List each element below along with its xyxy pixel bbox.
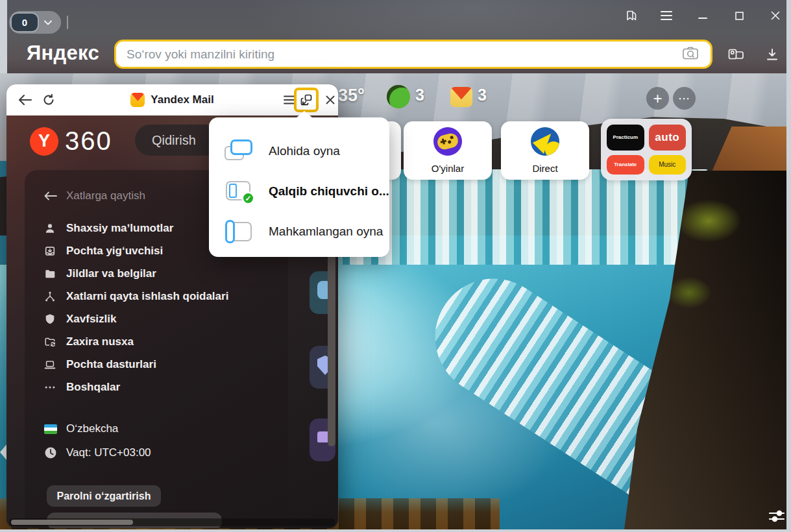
y360-logo: Y 360 [30, 127, 112, 156]
horizontal-scrollbar[interactable] [9, 518, 335, 526]
shortcut-games[interactable]: O'yinlar [404, 121, 492, 180]
games-icon [433, 127, 462, 156]
browser-chrome: 0 Яндекс [0, 0, 791, 73]
floating-window-icon: ✓ [225, 178, 256, 204]
tab-group[interactable]: 0 [9, 11, 61, 34]
sidebar-panel-icon[interactable] [622, 6, 641, 25]
image-search-icon[interactable] [682, 46, 704, 63]
window-frame-left [0, 0, 7, 73]
services-widget: Practicum auto Translate Music [601, 119, 692, 180]
window-mode-menu: Alohida oyna ✓ Qalqib chiquvchi o... Mah… [209, 117, 389, 257]
timezone-row[interactable]: Vaqt: UTC+03:00 [44, 446, 151, 459]
window-frame-bottom [0, 529, 791, 532]
tab-divider [67, 16, 68, 29]
yandex-mail-favicon [130, 93, 145, 107]
selected-check-icon: ✓ [241, 191, 255, 205]
back-icon[interactable] [17, 92, 34, 108]
search-input[interactable] [116, 47, 682, 62]
search-bar[interactable] [114, 40, 712, 69]
sidebar-item-security[interactable]: Xavfsizlik [44, 313, 117, 326]
close-window-icon[interactable] [766, 6, 785, 25]
search-button[interactable]: Qidirish [135, 125, 221, 156]
window-mode-icon-highlighted[interactable] [294, 88, 319, 112]
background-settings-icon[interactable] [767, 508, 788, 526]
protect-passwords-icon[interactable] [724, 44, 748, 65]
browser-menu-icon[interactable] [657, 6, 676, 25]
pinned-window-icon [225, 219, 256, 245]
shortcut-label: Direct [501, 163, 589, 174]
sidebar-item-mail-rules[interactable]: Xatlarni qayta ishlash qoidalari [44, 290, 228, 303]
downloads-icon[interactable] [762, 44, 783, 65]
messenger-icon[interactable] [387, 85, 410, 108]
horizontal-scrollbar-thumb[interactable] [11, 520, 133, 525]
back-to-mail-link[interactable]: Xatlarga qaytish [44, 189, 145, 202]
minimize-icon[interactable] [693, 6, 712, 25]
ellipsis-icon [44, 381, 57, 394]
reload-icon[interactable] [40, 91, 57, 108]
shield-icon [44, 313, 57, 326]
backup-icon [44, 335, 57, 348]
screen: 0 Яндекс [0, 0, 791, 532]
inbox-icon [44, 245, 57, 258]
more-options-button[interactable]: ⋯ [673, 87, 696, 110]
uzbek-flag-icon [44, 424, 57, 434]
yandex-logo[interactable]: Яндекс [27, 42, 99, 65]
folder-icon [44, 267, 57, 280]
tile-practicum[interactable]: Practicum [607, 125, 644, 151]
change-password-button[interactable]: Parolni oʻzgartirish [47, 485, 161, 507]
tab-counter[interactable]: 0 [12, 14, 38, 31]
separate-window-icon [225, 138, 256, 164]
menu-item-separate-window[interactable]: Alohida oyna [209, 132, 389, 171]
y360-logo-circle: Y [30, 127, 58, 156]
menu-pointer [296, 111, 313, 118]
tile-translate[interactable]: Translate [607, 155, 644, 175]
sidebar-item-personal-info[interactable]: Shaxsiy maʼlumotlar [44, 222, 173, 235]
sidebar-item-folders-labels[interactable]: Jildlar va belgilar [44, 267, 156, 280]
menu-item-floating-window[interactable]: ✓ Qalqib chiquvchi o... [209, 172, 389, 211]
person-icon [44, 222, 57, 235]
messenger-badge: 3 [415, 86, 424, 104]
weather-widget[interactable]: 35° [338, 86, 365, 106]
add-widget-button[interactable]: + [646, 87, 669, 110]
tile-auto[interactable]: auto [649, 125, 687, 151]
language-row[interactable]: Oʻzbekcha [44, 422, 118, 435]
sidebar-item-others[interactable]: Boshqalar [44, 381, 120, 394]
laptop-icon [44, 358, 57, 371]
shortcut-label: O'yinlar [404, 163, 492, 174]
window-frame-right [786, 0, 791, 532]
sidebar-item-mail-collector[interactable]: Pochta yigʻuvchisi [44, 245, 163, 258]
chevron-down-icon[interactable] [38, 18, 58, 27]
rules-icon [44, 290, 57, 303]
popup-close-icon[interactable] [322, 92, 338, 108]
clock-icon [44, 446, 57, 459]
direct-icon [531, 127, 559, 156]
sidebar-item-mail-clients[interactable]: Pochta dasturlari [44, 358, 156, 371]
menu-item-pinned-window[interactable]: Mahkamlangan oyna [209, 212, 389, 251]
sidebar-item-backup[interactable]: Zaxira nusxa [44, 335, 134, 348]
mail-icon[interactable] [450, 87, 472, 107]
shortcut-direct[interactable]: Direct [501, 121, 589, 180]
tile-music[interactable]: Music [649, 155, 687, 175]
mail-badge: 3 [478, 86, 487, 104]
arrow-left-icon [44, 189, 57, 202]
popup-header: Yandex Mail [6, 84, 338, 115]
maximize-icon[interactable] [729, 6, 749, 25]
